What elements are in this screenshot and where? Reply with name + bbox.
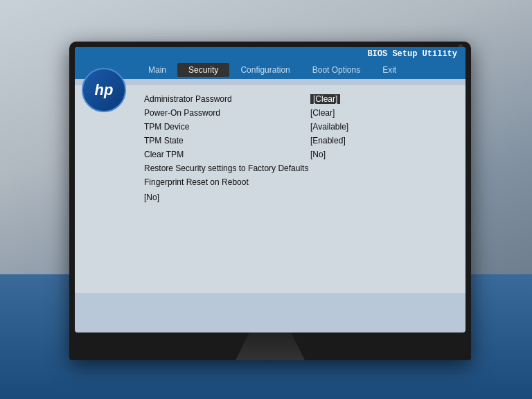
- row-label-restore-security: Restore Security settings to Factory Def…: [75, 163, 310, 173]
- row-label-fingerprint: Fingerprint Reset on Reboot: [75, 177, 310, 187]
- row-value-admin-password[interactable]: [Clear]: [310, 94, 340, 104]
- bios-navbar: Main Security Configuration Boot Options…: [75, 61, 466, 79]
- table-row[interactable]: Fingerprint Reset on Reboot [No]: [75, 175, 466, 204]
- nav-exit[interactable]: Exit: [371, 63, 407, 77]
- bios-title: BIOS Setup Utility: [367, 49, 457, 59]
- row-value-poweron[interactable]: [Clear]: [310, 108, 335, 118]
- bios-screen: BIOS Setup Utility Main Security Configu…: [75, 47, 466, 332]
- table-row[interactable]: Administrator Password [Clear]: [75, 92, 466, 106]
- row-value-fingerprint[interactable]: [No]: [75, 193, 159, 202]
- nav-boot-options[interactable]: Boot Options: [301, 63, 371, 77]
- row-label-clear-tpm: Clear TPM: [75, 150, 310, 159]
- nav-main[interactable]: Main: [137, 63, 177, 77]
- nav-configuration[interactable]: Configuration: [229, 63, 301, 77]
- row-label-tpm-device: TPM Device: [75, 122, 310, 132]
- bios-header: BIOS Setup Utility: [75, 47, 466, 61]
- table-row[interactable]: Power-On Password [Clear]: [75, 106, 466, 120]
- monitor-stand: [236, 332, 305, 360]
- row-label-tpm-state: TPM State: [75, 136, 310, 145]
- table-row[interactable]: TPM Device [Available]: [75, 120, 466, 134]
- row-value-tpm-device[interactable]: [Available]: [310, 122, 348, 132]
- hp-logo: hp: [82, 68, 126, 112]
- nav-security[interactable]: Security: [177, 63, 229, 77]
- table-row[interactable]: Restore Security settings to Factory Def…: [75, 161, 466, 175]
- row-value-tpm-state[interactable]: [Enabled]: [310, 136, 346, 145]
- bios-content: Administrator Password [Clear] Power-On …: [75, 85, 466, 293]
- table-row[interactable]: Clear TPM [No]: [75, 148, 466, 161]
- table-row[interactable]: TPM State [Enabled]: [75, 134, 466, 148]
- row-value-clear-tpm[interactable]: [No]: [310, 150, 326, 159]
- selected-value[interactable]: [Clear]: [310, 94, 340, 104]
- monitor: BIOS Setup Utility Main Security Configu…: [69, 42, 471, 360]
- monitor-bezel: BIOS Setup Utility Main Security Configu…: [75, 47, 466, 332]
